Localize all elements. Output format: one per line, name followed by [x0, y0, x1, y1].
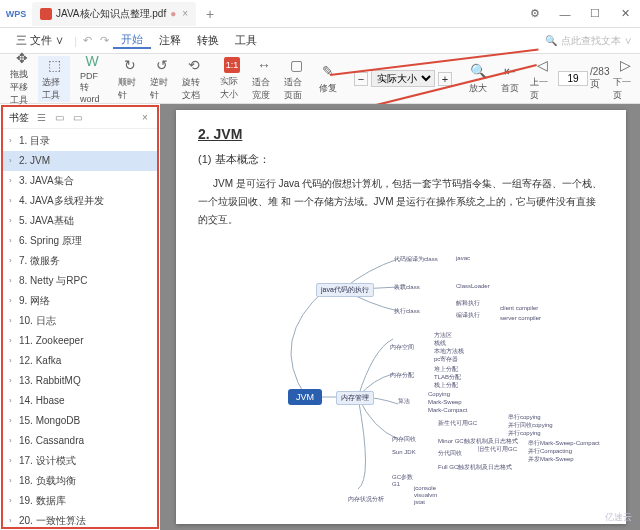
- chevron-right-icon: ›: [9, 173, 19, 189]
- rotate-cw-tool[interactable]: ↻顺时针: [114, 56, 146, 102]
- sidebar: 书签 ☰ ▭ ▭ × ›1. 目录›2. JVM›3. JAVA集合›4. JA…: [1, 105, 159, 529]
- outline-label: 9. 网络: [19, 293, 50, 309]
- outline-label: 19. 数据库: [19, 493, 66, 509]
- prev-page-tool[interactable]: ◁上一页: [526, 56, 558, 102]
- chevron-right-icon: ›: [9, 353, 19, 369]
- fit-page-tool[interactable]: ▢适合页面: [280, 56, 312, 102]
- outline-label: 1. 目录: [19, 133, 50, 149]
- outline-item[interactable]: ›3. JAVA集合: [3, 171, 157, 191]
- outline-label: 6. Spring 原理: [19, 233, 82, 249]
- chevron-right-icon: ›: [9, 493, 19, 509]
- outline-item[interactable]: ›1. 目录: [3, 131, 157, 151]
- search-hint[interactable]: 🔍点此查找文本 ∨: [545, 34, 632, 48]
- outline-item[interactable]: ›2. JVM: [3, 151, 157, 171]
- redo-icon[interactable]: ↷: [96, 34, 113, 47]
- sidebar-view2-icon[interactable]: ▭: [53, 112, 65, 124]
- maximize-icon[interactable]: ☐: [580, 0, 610, 28]
- outline-label: 15. MongoDB: [19, 413, 80, 429]
- pdf-icon: [40, 8, 52, 20]
- page-number-input[interactable]: [558, 71, 588, 86]
- next-page-tool[interactable]: ▷下一页: [609, 56, 640, 102]
- document-viewport[interactable]: 2. JVM (1) 基本概念： JVM 是可运行 Java 代码的假想计算机，…: [160, 104, 640, 530]
- menu-tools[interactable]: 工具: [227, 33, 265, 48]
- mm-root: JVM: [288, 389, 322, 405]
- outline-label: 4. JAVA多线程并发: [19, 193, 104, 209]
- menu-start[interactable]: 开始: [113, 32, 151, 49]
- outline-item[interactable]: ›18. 负载均衡: [3, 471, 157, 491]
- outline-label: 2. JVM: [19, 153, 50, 169]
- window-controls: ⚙ — ☐ ✕: [520, 0, 640, 28]
- outline-label: 16. Cassandra: [19, 433, 84, 449]
- outline-list[interactable]: ›1. 目录›2. JVM›3. JAVA集合›4. JAVA多线程并发›5. …: [3, 129, 157, 527]
- outline-item[interactable]: ›19. 数据库: [3, 491, 157, 511]
- chevron-right-icon: ›: [9, 273, 19, 289]
- chevron-right-icon: ›: [9, 333, 19, 349]
- undo-icon[interactable]: ↶: [79, 34, 96, 47]
- menu-annotate[interactable]: 注释: [151, 33, 189, 48]
- mm-node: 内存管理: [336, 391, 374, 405]
- actual-size-tool[interactable]: 1:1实际大小: [216, 56, 248, 102]
- sidebar-view3-icon[interactable]: ▭: [71, 112, 83, 124]
- document-tab[interactable]: JAVA核心知识点整理.pdf ● ×: [32, 2, 196, 26]
- page-subtitle: (1) 基本概念：: [198, 152, 604, 167]
- rotate-ccw-tool[interactable]: ↺逆时针: [146, 56, 178, 102]
- chevron-right-icon: ›: [9, 233, 19, 249]
- toolbar: ✥拖拽平移工具 ⬚选择工具 WPDF转word ↻顺时针 ↺逆时针 ⟲旋转文档 …: [0, 54, 640, 104]
- outline-item[interactable]: ›16. Cassandra: [3, 431, 157, 451]
- outline-label: 10. 日志: [19, 313, 56, 329]
- first-page-tool[interactable]: ⇤首页: [494, 56, 526, 102]
- outline-item[interactable]: ›8. Netty 与RPC: [3, 271, 157, 291]
- sidebar-close-icon[interactable]: ×: [139, 112, 151, 124]
- zoom-select[interactable]: 实际大小: [371, 70, 435, 87]
- outline-label: 18. 负载均衡: [19, 473, 76, 489]
- sidebar-view1-icon[interactable]: ☰: [35, 112, 47, 124]
- repair-tool[interactable]: ✎修复: [312, 56, 344, 102]
- outline-item[interactable]: ›11. Zookeeper: [3, 331, 157, 351]
- page-paragraph: JVM 是可运行 Java 代码的假想计算机，包括一套字节码指令集、一组寄存器、…: [198, 175, 604, 229]
- watermark: 亿速云: [605, 511, 632, 524]
- outline-item[interactable]: ›9. 网络: [3, 291, 157, 311]
- outline-item[interactable]: ›4. JAVA多线程并发: [3, 191, 157, 211]
- chevron-right-icon: ›: [9, 253, 19, 269]
- chevron-right-icon: ›: [9, 393, 19, 409]
- zoom-in-icon[interactable]: +: [438, 72, 452, 86]
- menubar: 三 文件 ∨ | ↶ ↷ 开始 注释 转换 工具 🔍点此查找文本 ∨: [0, 28, 640, 54]
- close-window-icon[interactable]: ✕: [610, 0, 640, 28]
- add-tab-button[interactable]: +: [198, 2, 222, 26]
- chevron-right-icon: ›: [9, 213, 19, 229]
- chevron-right-icon: ›: [9, 413, 19, 429]
- file-menu[interactable]: 三 文件 ∨: [8, 33, 72, 48]
- chevron-right-icon: ›: [9, 313, 19, 329]
- outline-label: 17. 设计模式: [19, 453, 76, 469]
- rotate-doc-tool[interactable]: ⟲旋转文档: [178, 56, 210, 102]
- chevron-right-icon: ›: [9, 513, 19, 527]
- outline-item[interactable]: ›10. 日志: [3, 311, 157, 331]
- main-area: 书签 ☰ ▭ ▭ × ›1. 目录›2. JVM›3. JAVA集合›4. JA…: [0, 104, 640, 530]
- page-total-label: /283 页: [590, 66, 609, 91]
- sidebar-title: 书签: [9, 111, 29, 125]
- chevron-right-icon: ›: [9, 133, 19, 149]
- outline-label: 13. RabbitMQ: [19, 373, 81, 389]
- outline-label: 14. Hbase: [19, 393, 65, 409]
- menu-convert[interactable]: 转换: [189, 33, 227, 48]
- settings-icon[interactable]: ⚙: [520, 0, 550, 28]
- outline-item[interactable]: ›5. JAVA基础: [3, 211, 157, 231]
- outline-item[interactable]: ›13. RabbitMQ: [3, 371, 157, 391]
- outline-item[interactable]: ›14. Hbase: [3, 391, 157, 411]
- outline-label: 12. Kafka: [19, 353, 61, 369]
- outline-item[interactable]: ›12. Kafka: [3, 351, 157, 371]
- tab-title: JAVA核心知识点整理.pdf: [56, 7, 166, 21]
- select-tool[interactable]: ⬚选择工具: [38, 56, 70, 102]
- pdf-to-word-tool[interactable]: WPDF转word: [76, 56, 108, 102]
- zoom-out-icon[interactable]: −: [354, 72, 368, 86]
- minimize-icon[interactable]: —: [550, 0, 580, 28]
- drag-pan-tool[interactable]: ✥拖拽平移工具: [6, 56, 38, 102]
- outline-item[interactable]: ›7. 微服务: [3, 251, 157, 271]
- outline-item[interactable]: ›15. MongoDB: [3, 411, 157, 431]
- close-tab-icon[interactable]: ×: [182, 8, 188, 19]
- outline-item[interactable]: ›20. 一致性算法: [3, 511, 157, 527]
- chevron-right-icon: ›: [9, 373, 19, 389]
- outline-item[interactable]: ›17. 设计模式: [3, 451, 157, 471]
- fit-width-tool[interactable]: ↔适合宽度: [248, 56, 280, 102]
- outline-item[interactable]: ›6. Spring 原理: [3, 231, 157, 251]
